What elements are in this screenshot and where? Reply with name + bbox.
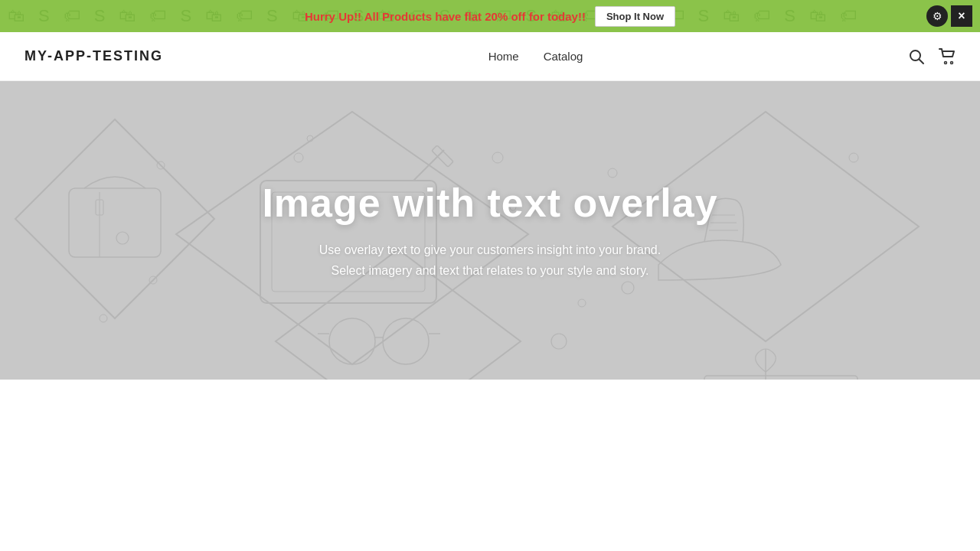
bg-icon: S [180, 6, 191, 26]
close-announcement-button[interactable]: × [951, 5, 972, 27]
search-button[interactable] [908, 48, 925, 65]
header: MY-APP-TESTING Home Catalog [0, 32, 980, 81]
bar-content: Hurry Up!! All Products have flat 20% of… [305, 6, 675, 27]
bg-icon: 🛍 [205, 6, 222, 26]
bg-icon: 🛍 [809, 6, 826, 26]
hero-overlay: Image with text overlay Use overlay text… [231, 180, 748, 281]
svg-point-3 [950, 61, 952, 64]
hero-subtitle: Use overlay text to give your customers … [262, 240, 717, 281]
bg-icon: 🛍 [723, 6, 740, 26]
bg-icon: 🏷 [149, 6, 166, 26]
site-logo[interactable]: MY-APP-TESTING [24, 48, 163, 64]
svg-point-2 [944, 61, 946, 64]
cart-icon [939, 48, 956, 65]
settings-button[interactable]: ⚙ [926, 5, 948, 27]
hero-subtitle-line1: Use overlay text to give your customers … [319, 243, 661, 256]
hero-title: Image with text overlay [262, 180, 717, 226]
svg-line-1 [919, 59, 923, 64]
bg-icon: 🏷 [840, 6, 857, 26]
hero-subtitle-line2: Select imagery and text that relates to … [331, 264, 648, 277]
bg-icon: S [784, 6, 795, 26]
search-icon [908, 48, 925, 65]
bg-icon: 🛍 [8, 6, 24, 26]
header-icons [908, 48, 956, 65]
bg-icon: S [266, 6, 278, 26]
bg-icon: 🏷 [236, 6, 253, 26]
bg-icon: S [38, 6, 50, 26]
bg-icon: 🛍 [119, 6, 136, 26]
bg-icon: S [94, 6, 106, 26]
main-nav: Home Catalog [488, 50, 583, 63]
announcement-text: Hurry Up!! All Products have flat 20% of… [305, 10, 586, 23]
bg-icon: 🏷 [64, 6, 80, 26]
nav-item-home[interactable]: Home [488, 50, 519, 63]
shop-now-button[interactable]: Shop It Now [595, 6, 675, 27]
announcement-bar: 🛍 S 🏷 S 🛍 🏷 S 🛍 🏷 S 🛍 🏷 S 🛍 🏷 S 🛍 🏷 S 🛍 … [0, 0, 980, 32]
nav-item-catalog[interactable]: Catalog [544, 50, 583, 63]
bottom-area [0, 380, 980, 551]
hero-banner: Image with text overlay Use overlay text… [0, 81, 980, 380]
cart-button[interactable] [939, 48, 956, 65]
bg-icon: 🏷 [753, 6, 770, 26]
bg-icon: S [698, 6, 710, 26]
